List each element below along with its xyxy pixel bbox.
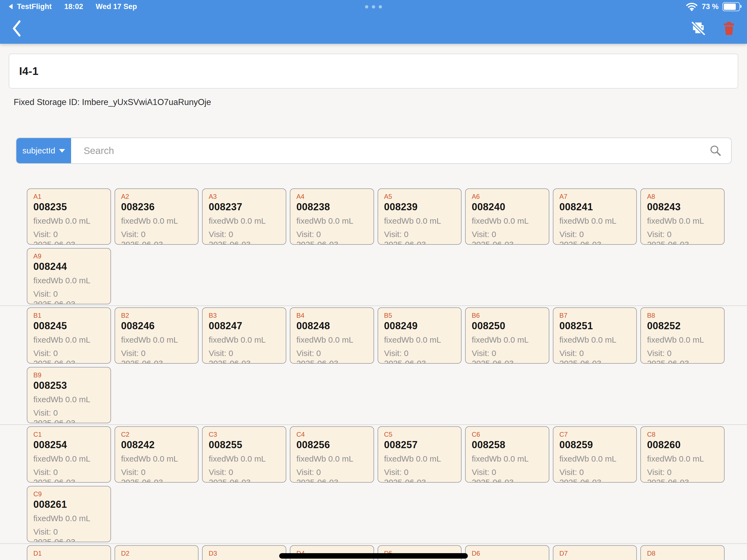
sample-date: 2025-06-03 [560, 240, 630, 245]
sample-card[interactable]: A4 008238 fixedWb 0.0 mL Visit: 0 2025-0… [290, 188, 374, 245]
sample-card[interactable]: D6 008267 fixedWb 0.0 mL Visit: 0 2025-0… [465, 545, 549, 560]
sample-date: 2025-06-03 [33, 478, 104, 483]
sample-card[interactable]: A6 008240 fixedWb 0.0 mL Visit: 0 2025-0… [465, 188, 549, 245]
sample-card[interactable]: C6 008258 fixedWb 0.0 mL Visit: 0 2025-0… [465, 426, 549, 483]
position-label: C1 [33, 431, 104, 438]
sample-volume: fixedWb 0.0 mL [297, 454, 367, 463]
sample-card[interactable]: A7 008241 fixedWb 0.0 mL Visit: 0 2025-0… [553, 188, 637, 245]
sample-id: 008238 [297, 201, 367, 213]
position-label: B1 [33, 312, 104, 320]
sample-id: 008260 [647, 439, 718, 451]
sample-card[interactable]: D1 008262 fixedWb 0.0 mL Visit: 0 2025-0… [27, 545, 111, 560]
multitasking-dots-icon [365, 5, 382, 8]
print-disabled-button[interactable] [690, 20, 707, 37]
sample-card[interactable]: B2 008246 fixedWb 0.0 mL Visit: 0 2025-0… [114, 307, 199, 364]
sample-id: 008264 [209, 558, 280, 560]
sample-card[interactable]: B7 008251 fixedWb 0.0 mL Visit: 0 2025-0… [553, 307, 637, 364]
sample-id: 008258 [472, 439, 543, 451]
sample-id: 008236 [121, 201, 192, 213]
sample-id: 008254 [33, 439, 104, 451]
position-label: D6 [472, 550, 543, 557]
sample-card[interactable]: A8 008243 fixedWb 0.0 mL Visit: 0 2025-0… [640, 188, 725, 245]
position-label: A4 [297, 193, 367, 200]
sample-card[interactable]: C3 008255 fixedWb 0.0 mL Visit: 0 2025-0… [202, 426, 286, 483]
sample-id: 008241 [560, 201, 630, 213]
position-label: A8 [647, 193, 718, 200]
delete-button[interactable] [721, 20, 737, 37]
sample-id: 008239 [384, 201, 455, 213]
position-label: B7 [560, 312, 630, 320]
sample-visit: Visit: 0 [209, 230, 280, 239]
position-label: A3 [209, 193, 280, 200]
sample-card[interactable]: A3 008237 fixedWb 0.0 mL Visit: 0 2025-0… [202, 188, 286, 245]
sample-visit: Visit: 0 [121, 467, 192, 477]
sample-visit: Visit: 0 [209, 467, 280, 477]
sample-card[interactable]: B6 008250 fixedWb 0.0 mL Visit: 0 2025-0… [465, 307, 549, 364]
position-label: D8 [647, 550, 718, 557]
search-filter-dropdown[interactable]: subjectId [17, 138, 71, 163]
sample-date: 2025-06-03 [121, 478, 192, 483]
sample-card[interactable]: B8 008252 fixedWb 0.0 mL Visit: 0 2025-0… [640, 307, 725, 364]
sample-id: 008250 [472, 320, 543, 332]
sample-date: 2025-06-03 [647, 478, 718, 483]
sample-card[interactable]: D7 008268 fixedWb 0.0 mL Visit: 0 2025-0… [553, 545, 637, 560]
sample-card[interactable]: D2 008263 fixedWb 0.0 mL Visit: 0 2025-0… [114, 545, 199, 560]
sample-card[interactable]: B3 008247 fixedWb 0.0 mL Visit: 0 2025-0… [202, 307, 286, 364]
sample-visit: Visit: 0 [647, 230, 718, 239]
sample-card[interactable]: A5 008239 fixedWb 0.0 mL Visit: 0 2025-0… [378, 188, 462, 245]
sample-date: 2025-06-03 [384, 359, 455, 364]
sample-date: 2025-06-03 [33, 537, 104, 542]
sample-card[interactable]: A2 008236 fixedWb 0.0 mL Visit: 0 2025-0… [114, 188, 199, 245]
page-title: I4-1 [19, 65, 38, 77]
sample-volume: fixedWb 0.0 mL [384, 454, 455, 463]
sample-id: 008242 [121, 439, 192, 451]
sample-id: 008246 [121, 320, 192, 332]
sample-date: 2025-06-03 [33, 240, 104, 245]
sample-card[interactable]: D3 008264 fixedWb 0.0 mL Visit: 0 2025-0… [202, 545, 286, 560]
sample-card[interactable]: C1 008254 fixedWb 0.0 mL Visit: 0 2025-0… [27, 426, 111, 483]
sample-volume: fixedWb 0.0 mL [472, 335, 543, 345]
sample-date: 2025-06-03 [472, 478, 543, 483]
print-disabled-icon [691, 21, 705, 35]
status-bar: TestFlight 18:02 Wed 17 Sep 73 % [0, 0, 747, 13]
sample-volume: fixedWb 0.0 mL [384, 216, 455, 226]
sample-visit: Visit: 0 [384, 467, 455, 477]
sample-card[interactable]: C5 008257 fixedWb 0.0 mL Visit: 0 2025-0… [378, 426, 462, 483]
sample-card[interactable]: C7 008259 fixedWb 0.0 mL Visit: 0 2025-0… [553, 426, 637, 483]
sample-card[interactable]: B1 008245 fixedWb 0.0 mL Visit: 0 2025-0… [27, 307, 111, 364]
battery-icon [722, 2, 740, 11]
sample-visit: Visit: 0 [560, 230, 630, 239]
position-label: B6 [472, 312, 543, 320]
sample-card[interactable]: C9 008261 fixedWb 0.0 mL Visit: 0 2025-0… [27, 486, 111, 542]
sample-visit: Visit: 0 [33, 230, 104, 239]
sample-visit: Visit: 0 [384, 349, 455, 358]
sample-card[interactable]: A9 008244 fixedWb 0.0 mL Visit: 0 2025-0… [27, 248, 111, 304]
sample-card[interactable]: D8 008269 fixedWb 0.0 mL Visit: 0 2025-0… [640, 545, 725, 560]
trash-icon [723, 22, 735, 35]
sample-visit: Visit: 0 [33, 467, 104, 477]
sample-id: 008235 [33, 201, 104, 213]
sample-card[interactable]: B9 008253 fixedWb 0.0 mL Visit: 0 2025-0… [27, 367, 111, 423]
sample-volume: fixedWb 0.0 mL [560, 216, 630, 226]
sample-card[interactable]: B4 008248 fixedWb 0.0 mL Visit: 0 2025-0… [290, 307, 374, 364]
back-button[interactable] [9, 18, 24, 39]
sample-volume: fixedWb 0.0 mL [121, 335, 192, 345]
position-label: D1 [33, 550, 104, 557]
sample-visit: Visit: 0 [384, 230, 455, 239]
sample-volume: fixedWb 0.0 mL [33, 395, 104, 404]
search-input[interactable] [71, 138, 709, 163]
sample-date: 2025-06-03 [33, 418, 104, 423]
sample-card[interactable]: C2 008242 fixedWb 0.0 mL Visit: 0 2025-0… [114, 426, 199, 483]
sample-card[interactable]: C4 008256 fixedWb 0.0 mL Visit: 0 2025-0… [290, 426, 374, 483]
position-label: D3 [209, 550, 280, 557]
position-label: A6 [472, 193, 543, 200]
sample-visit: Visit: 0 [472, 467, 543, 477]
sample-card[interactable]: B5 008249 fixedWb 0.0 mL Visit: 0 2025-0… [378, 307, 462, 364]
home-indicator[interactable] [279, 553, 468, 559]
position-label: C3 [209, 431, 280, 438]
sample-card[interactable]: C8 008260 fixedWb 0.0 mL Visit: 0 2025-0… [640, 426, 725, 483]
sample-volume: fixedWb 0.0 mL [209, 216, 280, 226]
position-label: C2 [121, 431, 192, 438]
sample-visit: Visit: 0 [33, 289, 104, 299]
sample-card[interactable]: A1 008235 fixedWb 0.0 mL Visit: 0 2025-0… [27, 188, 111, 245]
